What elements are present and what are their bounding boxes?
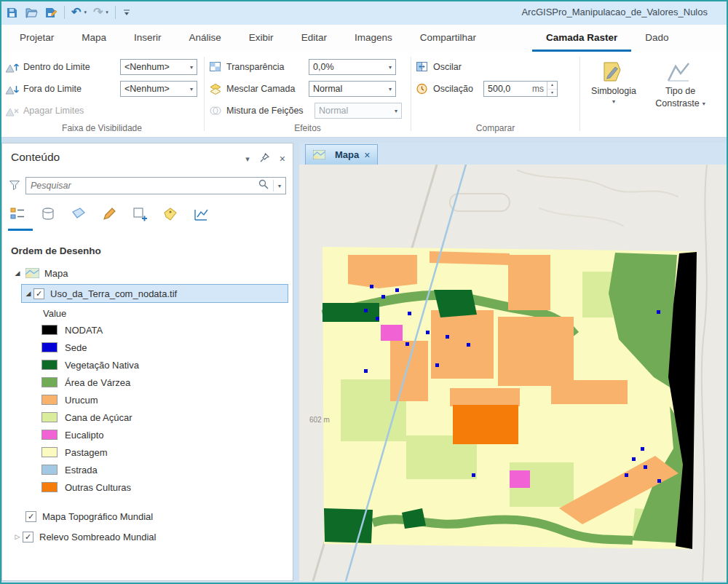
chevron-down-icon: ▾	[703, 100, 705, 107]
value-field-row: Value	[2, 305, 293, 321]
value-field-label: Value	[43, 308, 66, 319]
legend-item-varzea[interactable]: Área de Várzea	[2, 374, 293, 391]
expanded-node-icon[interactable]: ◢	[23, 290, 33, 297]
transparency-label: Transparência	[226, 62, 284, 72]
expanded-node-icon[interactable]: ◢	[12, 269, 23, 277]
tab-projetar[interactable]: Projetar	[6, 25, 68, 52]
feature-blend-label: Mistura de Feições	[226, 106, 304, 116]
undo-dropdown-icon[interactable]: ▾	[84, 9, 87, 15]
legend-swatch	[41, 447, 58, 457]
flicker-interval-spinner[interactable]: 500,0 ms ▴ ▾	[483, 81, 558, 97]
group-renderizacao: Simbologia ▾ Tipo de Constraste ▾	[580, 52, 728, 137]
tab-inserir[interactable]: Inserir	[120, 25, 175, 52]
toolbar-divider	[64, 6, 65, 19]
legend-item-nodata[interactable]: NODATA	[2, 321, 293, 339]
stretch-type-button[interactable]: Tipo de Constraste ▾	[646, 56, 715, 132]
scale-text: 602 m	[309, 416, 330, 424]
filter-icon[interactable]	[9, 180, 20, 194]
list-by-perspective-icon[interactable]	[190, 203, 212, 225]
list-by-selection-icon[interactable]	[68, 203, 90, 225]
tab-dado[interactable]: Dado	[631, 25, 682, 52]
chevron-down-icon: ▾	[395, 108, 397, 114]
feature-blend-select: Normal▾	[314, 103, 402, 119]
list-by-data-source-icon[interactable]	[37, 203, 59, 225]
legend-label: NODATA	[65, 325, 103, 336]
open-project-icon[interactable]	[25, 4, 38, 20]
collapsed-node-icon[interactable]: ▷	[12, 533, 23, 540]
contents-panel-title: Conteúdo	[11, 151, 60, 164]
flicker-icon	[416, 82, 429, 95]
legend-swatch	[41, 395, 58, 405]
title-bar: ↶ ▾ ↷ ▾ ArcGISPro_Manipulacao_de_Valores…	[0, 0, 728, 25]
feature-blend-icon	[209, 105, 222, 117]
tree-node-raster-layer[interactable]: ◢ ✓ Uso_da_Terra_com_nodata.tif	[21, 284, 288, 303]
save-icon[interactable]	[6, 4, 18, 20]
swipe-button[interactable]: Oscilar	[416, 58, 462, 76]
ribbon: Dentro do Limite <Nenhum>▾ Fora do Limit…	[0, 52, 728, 138]
legend-label: Área de Várzea	[65, 377, 130, 388]
layer-blend-label: Mesclar Camada	[226, 84, 295, 94]
close-tab-icon[interactable]: ×	[364, 149, 370, 161]
legend-item-estrada[interactable]: Estrada	[2, 461, 293, 478]
tab-camada-raster[interactable]: Camada Raster	[532, 25, 631, 52]
save-as-icon[interactable]	[44, 4, 58, 20]
tab-mapa[interactable]: Mapa	[68, 25, 120, 52]
tab-imagens[interactable]: Imagens	[341, 25, 406, 52]
map-canvas[interactable]: 602 m	[299, 165, 727, 581]
tree-node-basemap-topo[interactable]: ✓ Mapa Topográfico Mundial	[2, 506, 293, 526]
transparency-select[interactable]: 0,0%▾	[309, 59, 396, 75]
tab-an-lise[interactable]: Análise	[175, 25, 235, 52]
out-of-range-icon	[4, 83, 19, 95]
pin-icon[interactable]	[260, 152, 269, 165]
map-thumbnail-icon	[313, 150, 325, 159]
list-by-snapping-icon[interactable]	[129, 203, 151, 225]
legend-item-eucalipto[interactable]: Eucalipto	[2, 426, 293, 443]
symbology-button[interactable]: Simbologia ▾	[586, 56, 641, 132]
within-range-label: Dentro do Limite	[23, 62, 90, 72]
layer-visibility-checkbox[interactable]: ✓	[23, 532, 33, 542]
legend-item-sede[interactable]: Sede	[2, 339, 293, 356]
out-of-range-label: Fora do Limite	[23, 84, 82, 94]
map-view-tab[interactable]: Mapa ×	[305, 144, 378, 165]
quick-access-toolbar: ↶ ▾ ↷ ▾	[6, 4, 131, 21]
clear-limits-icon	[4, 105, 19, 117]
close-panel-icon[interactable]: ×	[280, 153, 285, 165]
search-history-icon[interactable]: ▾	[278, 183, 281, 189]
legend-item-pastagem[interactable]: Pastagem	[2, 443, 293, 461]
layer-visibility-checkbox[interactable]: ✓	[33, 288, 44, 299]
redo-dropdown-icon[interactable]: ▾	[106, 9, 108, 15]
tab-exibir[interactable]: Exibir	[235, 25, 288, 52]
layer-visibility-checkbox[interactable]: ✓	[25, 511, 36, 522]
tree-node-map[interactable]: ◢ Mapa	[2, 264, 293, 282]
redo-icon[interactable]: ↷	[93, 4, 103, 20]
legend-swatch	[41, 412, 58, 422]
tab-compartilhar[interactable]: Compartilhar	[406, 25, 490, 52]
out-of-range-select[interactable]: <Nenhum>▾	[120, 81, 197, 97]
legend-item-outras[interactable]: Outras Culturas	[2, 478, 293, 496]
legend-swatch	[41, 465, 58, 475]
legend-label: Sede	[65, 342, 87, 353]
spin-up-icon[interactable]: ▴	[547, 82, 557, 90]
chevron-down-icon: ▾	[389, 64, 392, 71]
layer-blend-select[interactable]: Normal▾	[309, 81, 396, 97]
list-by-labeling-icon[interactable]	[159, 203, 181, 225]
tab-editar[interactable]: Editar	[288, 25, 341, 52]
map-view: Mapa ×	[299, 143, 727, 581]
undo-icon[interactable]: ↶	[71, 4, 81, 20]
panel-menu-icon[interactable]: ▾	[245, 154, 250, 164]
raster-layer-graphic	[323, 247, 697, 549]
list-by-drawing-order-icon[interactable]	[7, 203, 28, 225]
spin-down-icon[interactable]: ▾	[547, 90, 557, 97]
chevron-down-icon: ▾	[389, 86, 392, 92]
spinner-arrows[interactable]: ▴ ▾	[547, 82, 557, 96]
legend-item-urucum[interactable]: Urucum	[2, 391, 293, 409]
legend-item-cana[interactable]: Cana de Açúcar	[2, 409, 293, 426]
list-by-editing-icon[interactable]	[98, 203, 120, 225]
tree-node-basemap-relevo[interactable]: ▷ ✓ Relevo Sombreado Mundial	[2, 526, 293, 547]
legend-item-vegetacao[interactable]: Vegetação Nativa	[2, 356, 293, 374]
toolbar-divider	[115, 6, 116, 19]
search-input[interactable]	[31, 181, 258, 191]
within-range-select[interactable]: <Nenhum>▾	[120, 59, 197, 75]
customize-toolbar-icon[interactable]	[122, 4, 131, 20]
symbology-icon	[599, 60, 624, 84]
